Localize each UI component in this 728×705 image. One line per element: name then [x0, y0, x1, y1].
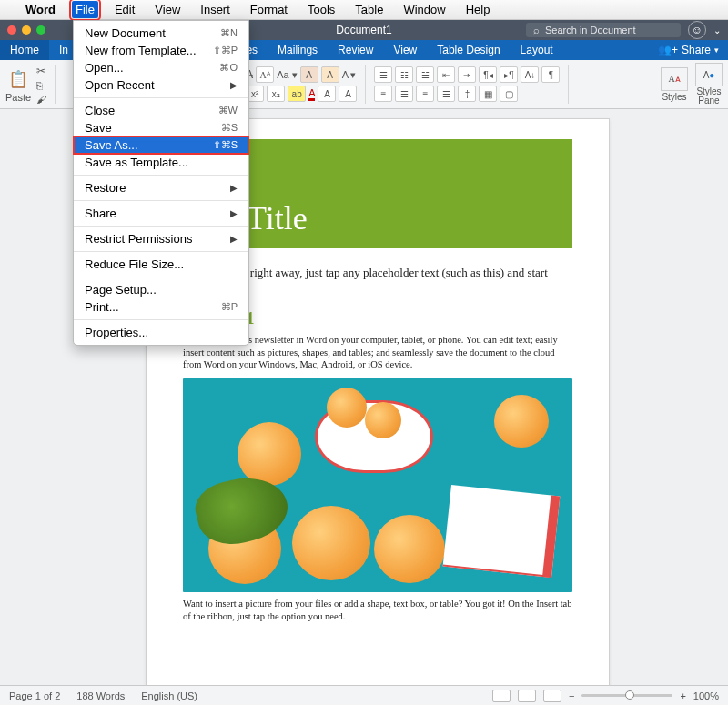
menu-window[interactable]: Window — [399, 1, 449, 18]
tab-view[interactable]: View — [383, 40, 427, 60]
body-para-2[interactable]: Want to insert a picture from your files… — [183, 598, 572, 622]
mi-page-setup[interactable]: Page Setup... — [74, 281, 248, 298]
multilevel-button[interactable]: ☱ — [416, 66, 434, 83]
mi-reduce-file-size[interactable]: Reduce File Size... — [74, 256, 248, 273]
zoom-level[interactable]: 100% — [693, 690, 719, 701]
show-marks-button[interactable]: ¶ — [541, 66, 560, 83]
search-box[interactable]: ⌕ Search in Document — [526, 23, 681, 37]
zoom-out-button[interactable]: − — [569, 690, 574, 701]
search-placeholder: Search in Document — [545, 25, 636, 35]
styles-gallery[interactable]: Aᴀ Styles — [661, 67, 688, 102]
view-print-button[interactable] — [518, 690, 536, 702]
mi-open-recent[interactable]: Open Recent▶ — [74, 76, 248, 94]
subscript-button[interactable]: x₂ — [267, 86, 285, 102]
newsletter-photo[interactable] — [183, 378, 572, 592]
style-gallery-button[interactable]: A — [300, 66, 318, 83]
inc-indent-button[interactable]: ⇥ — [458, 66, 476, 83]
submenu-arrow-icon: ▶ — [230, 208, 238, 218]
zoom-slider[interactable] — [581, 694, 672, 697]
peach-graphic — [494, 395, 549, 448]
status-page[interactable]: Page 1 of 2 — [9, 690, 60, 701]
menu-format[interactable]: Format — [247, 1, 291, 18]
align-center-button[interactable]: ☰ — [395, 86, 413, 102]
styles-pane-button[interactable]: A● Styles Pane — [695, 63, 723, 106]
submenu-arrow-icon: ▶ — [230, 183, 238, 193]
align-right-button[interactable]: ≡ — [416, 86, 434, 102]
text-fill-icon[interactable]: A ▾ — [342, 69, 357, 81]
tab-table-design[interactable]: Table Design — [427, 40, 510, 60]
borders-button[interactable]: ▢ — [500, 86, 518, 102]
search-icon: ⌕ — [533, 25, 540, 35]
peach-graphic — [292, 506, 370, 580]
menu-table[interactable]: Table — [351, 1, 387, 18]
mac-menu-bar: Word File Edit View Insert Format Tools … — [0, 0, 728, 20]
chevron-down-icon: ▾ — [714, 45, 719, 55]
sort-button[interactable]: A↓ — [521, 66, 539, 83]
menu-help[interactable]: Help — [462, 1, 494, 18]
app-menu[interactable]: Word — [22, 1, 59, 18]
mi-open[interactable]: Open...⌘O — [74, 59, 248, 76]
tab-layout2[interactable]: Layout — [511, 40, 563, 60]
separator — [365, 65, 366, 104]
font-color-button[interactable]: A — [308, 87, 315, 101]
highlight-button[interactable]: ab — [288, 86, 306, 102]
submenu-arrow-icon: ▶ — [230, 80, 238, 90]
style-gallery-button2[interactable]: A — [321, 66, 339, 83]
change-case-button[interactable]: Aa ▾ — [277, 69, 298, 81]
mi-save[interactable]: Save⌘S — [74, 119, 248, 136]
file-menu-dropdown: New Document⌘N New from Template...⇧⌘P O… — [73, 20, 249, 346]
zoom-in-button[interactable]: + — [680, 690, 685, 701]
mi-close[interactable]: Close⌘W — [74, 102, 248, 119]
mi-new-document[interactable]: New Document⌘N — [74, 25, 248, 42]
ltr-button[interactable]: ¶◂ — [479, 66, 497, 83]
char-border-button[interactable]: A — [318, 86, 336, 102]
styles-pane-label: Styles Pane — [696, 87, 721, 106]
separator — [55, 65, 56, 104]
shading-button[interactable]: ▦ — [479, 86, 497, 102]
mi-save-as[interactable]: Save As...⇧⌘S — [74, 136, 248, 154]
cut-icon[interactable]: ✂︎ — [36, 65, 46, 77]
submenu-arrow-icon: ▶ — [230, 234, 238, 244]
peach-graphic — [238, 422, 301, 486]
view-web-button[interactable] — [543, 690, 561, 702]
tab-mailings[interactable]: Mailings — [268, 40, 328, 60]
copy-icon[interactable]: ⎘ — [36, 80, 46, 91]
menu-view[interactable]: View — [151, 1, 184, 18]
paste-label: Paste — [5, 92, 31, 103]
mi-restore[interactable]: Restore▶ — [74, 179, 248, 196]
title-block[interactable]: Title — [234, 139, 572, 248]
menu-edit[interactable]: Edit — [111, 1, 138, 18]
rtl-button[interactable]: ▸¶ — [500, 66, 518, 83]
peach-graphic — [365, 402, 401, 438]
styles-label: Styles — [662, 92, 686, 102]
mi-restrict-permissions[interactable]: Restrict Permissions▶ — [74, 230, 248, 247]
char-style-button[interactable]: Aᴬ — [256, 66, 274, 83]
mi-print[interactable]: Print...⌘P — [74, 298, 248, 316]
mi-save-as-template[interactable]: Save as Template... — [74, 154, 248, 171]
zoom-thumb[interactable] — [625, 690, 634, 700]
menu-file[interactable]: File — [72, 1, 98, 18]
menu-insert[interactable]: Insert — [197, 1, 234, 18]
numbering-button[interactable]: ☷ — [395, 66, 413, 83]
paste-group: 📋 Paste — [5, 66, 31, 103]
mi-new-from-template[interactable]: New from Template...⇧⌘P — [74, 42, 248, 59]
menu-tools[interactable]: Tools — [304, 1, 339, 18]
status-word-count[interactable]: 188 Words — [76, 690, 125, 701]
char-shading-button[interactable]: A — [339, 86, 357, 102]
tab-home[interactable]: Home — [0, 40, 49, 60]
view-focus-button[interactable] — [492, 690, 511, 702]
paste-icon[interactable]: 📋 — [5, 66, 31, 92]
justify-button[interactable]: ☰ — [437, 86, 455, 102]
align-left-button[interactable]: ≡ — [374, 86, 392, 102]
tab-review[interactable]: Review — [328, 40, 383, 60]
status-language[interactable]: English (US) — [141, 690, 197, 701]
separator — [568, 65, 569, 104]
line-spacing-button[interactable]: ‡ — [458, 86, 476, 102]
dec-indent-button[interactable]: ⇤ — [437, 66, 455, 83]
mi-share[interactable]: Share▶ — [74, 205, 248, 222]
bullets-button[interactable]: ☰ — [374, 66, 392, 83]
mi-properties[interactable]: Properties... — [74, 324, 248, 341]
format-painter-icon[interactable]: 🖌 — [36, 94, 46, 105]
status-bar: Page 1 of 2 188 Words English (US) − + 1… — [0, 685, 728, 705]
share-button[interactable]: 👥+Share▾ — [649, 40, 728, 60]
